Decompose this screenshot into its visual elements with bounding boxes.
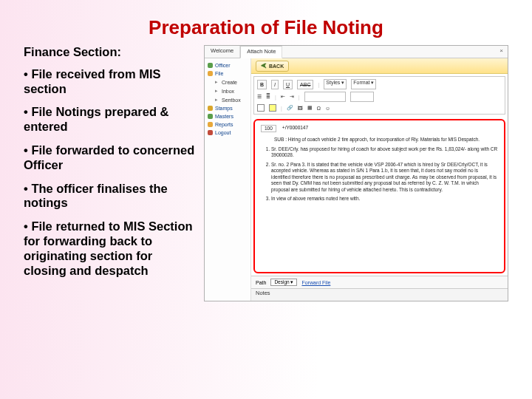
forward-file-link[interactable]: Forward File <box>301 280 330 285</box>
toolbar-row-2: ☰ ≣ | ⇤ ⇥ | <box>257 92 502 102</box>
note-subject: SUB : Hiring of coach vehicle 2 tire app… <box>274 137 498 143</box>
notes-panel-header[interactable]: Notes <box>251 288 508 301</box>
tab-close-icon[interactable]: × <box>495 46 508 58</box>
toolbar-row-3: | 🔗 🖼 ▦ Ω ☺ <box>257 104 502 112</box>
main-area: Officer File ▸Create ▸Inbox ▸Sentbox Sta… <box>205 58 508 301</box>
bullet-item: • The officer finalises the notings <box>24 182 197 211</box>
underline-button[interactable]: U <box>283 80 293 89</box>
text-column: Finance Section: • File received from MI… <box>24 45 197 301</box>
path-bar: Path Design ▾ Forward File <box>251 276 508 288</box>
back-bar: ⮜ BACK <box>251 58 508 74</box>
italic-button[interactable]: I <box>271 80 279 89</box>
smiley-icon[interactable]: ☺ <box>325 106 330 111</box>
sidebar-item-masters[interactable]: Masters <box>205 112 250 120</box>
bullet-icon: ▸ <box>215 97 218 103</box>
path-label: Path <box>256 280 266 285</box>
sidebar-item-inbox[interactable]: ▸Inbox <box>205 86 250 95</box>
sidebar: Officer File ▸Create ▸Inbox ▸Sentbox Sta… <box>205 58 251 301</box>
size-select[interactable] <box>350 92 374 102</box>
tab-welcome[interactable]: Welcome <box>205 46 240 58</box>
bullet-item: • File forwarded to concerned Officer <box>24 143 197 173</box>
gear-icon <box>208 114 213 119</box>
back-button[interactable]: ⮜ BACK <box>256 61 289 72</box>
sidebar-item-officer[interactable]: Officer <box>205 61 250 69</box>
font-select[interactable] <box>304 92 346 102</box>
folder-icon <box>208 71 213 76</box>
section-heading: Finance Section: <box>24 45 197 60</box>
slide-body: Finance Section: • File received from MI… <box>0 39 532 301</box>
format-select[interactable]: Format ▾ <box>351 79 376 89</box>
table-icon[interactable]: ▦ <box>307 105 313 111</box>
text-color-icon[interactable] <box>257 104 265 112</box>
sidebar-item-logout[interactable]: Logout <box>205 129 250 137</box>
image-icon[interactable]: 🖼 <box>298 106 303 111</box>
screenshot-column: Welcome Attach Note × Officer File ▸Crea… <box>204 45 508 301</box>
bullet-item: • File Notings prepared & entered <box>24 105 197 134</box>
toolbar-row-1: B I U ABC | Styles ▾ Format ▾ <box>257 79 502 89</box>
note-memo-id: +/Y0000147 <box>282 125 308 132</box>
note-header-row: 100 +/Y0000147 <box>261 125 498 132</box>
bullet-icon: ▸ <box>215 88 218 94</box>
note-editor-highlight[interactable]: 100 +/Y0000147 SUB : Hiring of coach veh… <box>253 119 505 273</box>
sidebar-item-create[interactable]: ▸Create <box>205 78 250 86</box>
styles-select[interactable]: Styles ▾ <box>324 79 347 89</box>
user-icon <box>208 63 213 68</box>
special-char-icon[interactable]: Ω <box>317 106 321 111</box>
star-icon <box>208 106 213 111</box>
numbered-list-icon[interactable]: ☰ <box>257 94 262 100</box>
logout-icon <box>208 130 213 135</box>
outdent-icon[interactable]: ⇤ <box>281 94 285 100</box>
note-point: Sr. DEE/Crly. has proposed for hiring of… <box>271 146 498 159</box>
bullet-icon: ▸ <box>215 79 218 85</box>
editor-toolbar: B I U ABC | Styles ▾ Format ▾ ☰ ≣ <box>253 76 505 115</box>
bullet-list-icon[interactable]: ≣ <box>266 94 270 100</box>
sidebar-item-sentbox[interactable]: ▸Sentbox <box>205 95 250 104</box>
back-arrow-icon: ⮜ <box>261 63 267 69</box>
bg-color-icon[interactable] <box>269 104 276 112</box>
note-points: Sr. DEE/Crly. has proposed for hiring of… <box>261 146 498 202</box>
bold-button[interactable]: B <box>257 80 267 89</box>
content-pane: ⮜ BACK B I U ABC | Styles ▾ <box>251 58 508 301</box>
bullet-item: • File returned to MIS Section for forwa… <box>24 219 197 278</box>
note-number: 100 <box>261 125 276 132</box>
note-point: Sr. no. 2 Para 3. It is stated that the … <box>271 162 498 193</box>
sidebar-item-reports[interactable]: Reports <box>205 120 250 129</box>
app-window: Welcome Attach Note × Officer File ▸Crea… <box>204 45 508 301</box>
path-select[interactable]: Design ▾ <box>270 279 297 286</box>
sidebar-item-stamps[interactable]: Stamps <box>205 104 250 112</box>
tab-attach-note[interactable]: Attach Note <box>240 46 282 58</box>
strike-button[interactable]: ABC <box>297 80 313 89</box>
slide-title: Preparation of File Noting <box>0 0 532 39</box>
note-point: In view of above remarks noted here with… <box>271 196 498 202</box>
tab-bar: Welcome Attach Note × <box>205 46 508 58</box>
bullet-item: • File received from MIS section <box>24 67 197 97</box>
slide: Preparation of File Noting Finance Secti… <box>0 0 532 399</box>
link-icon[interactable]: 🔗 <box>287 105 293 111</box>
report-icon <box>208 122 213 127</box>
sidebar-item-file[interactable]: File <box>205 69 250 78</box>
indent-icon[interactable]: ⇥ <box>290 94 294 100</box>
